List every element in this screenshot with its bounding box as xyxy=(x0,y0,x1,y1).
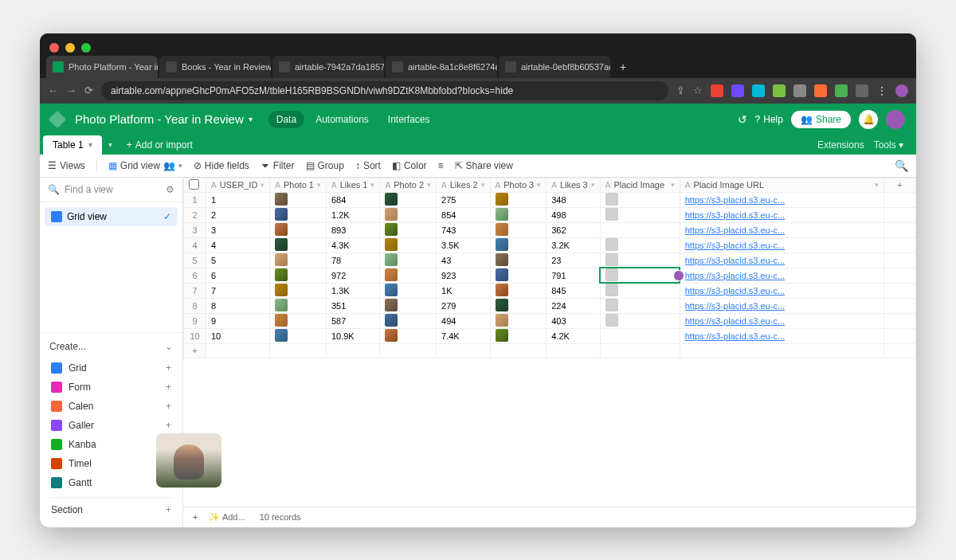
history-icon[interactable]: ↺ xyxy=(738,113,747,126)
column-header[interactable]: ALikes 1▾ xyxy=(326,178,380,192)
cell-photo1[interactable] xyxy=(270,222,327,237)
cell-placid-image[interactable] xyxy=(600,207,680,222)
table-row[interactable]: 3 3 893 743 362 https://s3-placid.s3.eu-… xyxy=(184,222,916,237)
cell-photo2[interactable] xyxy=(380,207,437,222)
cell-photo2[interactable] xyxy=(380,222,437,237)
cell-photo2[interactable] xyxy=(380,268,437,283)
cell-likes1[interactable]: 587 xyxy=(326,313,380,328)
cell-photo1[interactable] xyxy=(270,298,327,313)
cell-userid[interactable]: 2 xyxy=(206,207,270,222)
cell-photo2[interactable] xyxy=(380,328,437,343)
user-avatar[interactable] xyxy=(886,110,905,129)
table-row[interactable]: 4 4 4.3K 3.5K 3.2K https://s3-placid.s3.… xyxy=(184,237,916,253)
cell-url[interactable]: https://s3-placid.s3.eu-c... xyxy=(680,237,884,253)
cell-photo1[interactable] xyxy=(270,192,327,207)
cell-url[interactable]: https://s3-placid.s3.eu-c... xyxy=(680,313,884,328)
reload-icon[interactable]: ⟳ xyxy=(84,84,93,96)
cell-likes3[interactable]: 403 xyxy=(547,313,601,328)
cell-likes2[interactable]: 923 xyxy=(437,268,491,283)
empty-cell[interactable] xyxy=(884,268,916,283)
row-height-button[interactable]: ≡ xyxy=(438,160,444,171)
cell-likes2[interactable]: 854 xyxy=(437,207,491,222)
browser-tab[interactable]: airtable-0ebf8b60537ac1faf× xyxy=(499,56,610,78)
find-view-input[interactable]: 🔍 Find a view ⚙ xyxy=(40,178,182,202)
url-input[interactable]: airtable.com/appneGhcP0mAFO5zM/tbleH165R… xyxy=(101,81,668,100)
cell-photo1[interactable] xyxy=(270,253,327,268)
add-row-button[interactable]: + xyxy=(184,343,206,358)
cell-photo1[interactable] xyxy=(270,313,327,328)
cell-userid[interactable]: 7 xyxy=(206,283,270,298)
ext-icon[interactable] xyxy=(793,84,806,97)
tools-button[interactable]: Tools ▾ xyxy=(874,139,903,151)
empty-cell[interactable] xyxy=(884,283,916,298)
ext-icon[interactable] xyxy=(773,84,786,97)
cell-photo3[interactable] xyxy=(490,298,547,313)
back-icon[interactable]: ← xyxy=(48,84,58,96)
cell-userid[interactable]: 10 xyxy=(206,328,270,343)
cell-url[interactable]: https://s3-placid.s3.eu-c... xyxy=(680,298,884,313)
cell-photo2[interactable] xyxy=(380,298,437,313)
cell-photo2[interactable] xyxy=(380,283,437,298)
cell-url[interactable]: https://s3-placid.s3.eu-c... xyxy=(680,283,884,298)
browser-tab[interactable]: Books - Year in Review - Plac× xyxy=(159,56,271,78)
cell-url[interactable]: https://s3-placid.s3.eu-c... xyxy=(680,192,884,207)
share-view-button[interactable]: ⇱Share view xyxy=(455,160,513,171)
cell-userid[interactable]: 4 xyxy=(206,237,270,253)
cell-likes1[interactable]: 684 xyxy=(326,192,380,207)
gridview-selector[interactable]: ▦Grid view👥▾ xyxy=(108,160,182,171)
share-page-icon[interactable]: ⇪ xyxy=(676,84,685,96)
minimize-window-icon[interactable] xyxy=(65,43,75,53)
create-view-item[interactable]: Grid+ xyxy=(49,358,173,378)
cell-likes3[interactable]: 362 xyxy=(547,222,601,237)
views-toggle[interactable]: ☰Views xyxy=(48,160,85,171)
table-row[interactable]: 1 1 684 275 348 https://s3-placid.s3.eu-… xyxy=(184,192,916,207)
cell-photo1[interactable] xyxy=(270,283,327,298)
cell-likes3[interactable]: 4.2K xyxy=(547,328,601,343)
cell-photo3[interactable] xyxy=(490,313,547,328)
cell-placid-image[interactable] xyxy=(600,253,680,268)
cell-likes1[interactable]: 351 xyxy=(326,298,380,313)
create-view-item[interactable]: Calen+ xyxy=(49,397,173,416)
table-chevron-icon[interactable]: ▾ xyxy=(102,136,119,153)
cell-likes2[interactable]: 279 xyxy=(437,298,491,313)
empty-cell[interactable] xyxy=(884,328,916,343)
empty-cell[interactable] xyxy=(884,237,916,253)
cell-url[interactable]: https://s3-placid.s3.eu-c... xyxy=(680,253,884,268)
close-window-icon[interactable] xyxy=(49,43,59,53)
cell-photo3[interactable] xyxy=(490,207,547,222)
ext-icon[interactable] xyxy=(814,84,827,97)
cell-userid[interactable]: 5 xyxy=(206,253,270,268)
cell-likes1[interactable]: 10.9K xyxy=(326,328,380,343)
cell-likes2[interactable]: 275 xyxy=(437,192,491,207)
cell-likes2[interactable]: 3.5K xyxy=(437,237,491,253)
sidebar-view-item[interactable]: Grid view✓ xyxy=(45,207,178,226)
nav-interfaces[interactable]: Interfaces xyxy=(380,111,438,128)
table-row[interactable]: 6 6 972 923 791 https://s3-placid.s3.eu-… xyxy=(184,268,916,283)
column-header[interactable]: ALikes 3▾ xyxy=(547,178,601,192)
cell-photo3[interactable] xyxy=(490,222,547,237)
cell-likes2[interactable]: 494 xyxy=(437,313,491,328)
empty-cell[interactable] xyxy=(884,313,916,328)
cell-placid-image[interactable] xyxy=(600,298,680,313)
create-view-item[interactable]: Galler+ xyxy=(49,416,173,435)
magic-add-button[interactable]: ✨ Add... xyxy=(209,512,245,523)
cell-placid-image[interactable] xyxy=(600,222,680,237)
create-view-item[interactable]: Timel+ xyxy=(49,454,173,473)
forward-icon[interactable]: → xyxy=(66,84,76,96)
nav-automations[interactable]: Automations xyxy=(308,111,377,128)
cell-photo1[interactable] xyxy=(270,268,327,283)
cell-photo2[interactable] xyxy=(380,253,437,268)
browser-tab[interactable]: Photo Platform - Year in Revi× xyxy=(46,56,158,78)
cell-likes3[interactable]: 348 xyxy=(547,192,601,207)
cell-placid-image[interactable] xyxy=(600,313,680,328)
create-view-item[interactable]: Gantt+ xyxy=(49,473,173,492)
column-header[interactable]: APlacid Image URL▾ xyxy=(680,178,884,192)
cell-url[interactable]: https://s3-placid.s3.eu-c... xyxy=(680,268,884,283)
ext-icon[interactable] xyxy=(752,84,765,97)
column-header[interactable]: AUSER_ID▾ xyxy=(206,178,270,192)
column-header[interactable]: ALikes 2▾ xyxy=(437,178,491,192)
cell-likes2[interactable]: 43 xyxy=(437,253,491,268)
panel-icon[interactable] xyxy=(856,84,868,97)
bookmark-icon[interactable]: ☆ xyxy=(693,84,703,96)
cell-userid[interactable]: 9 xyxy=(206,313,270,328)
